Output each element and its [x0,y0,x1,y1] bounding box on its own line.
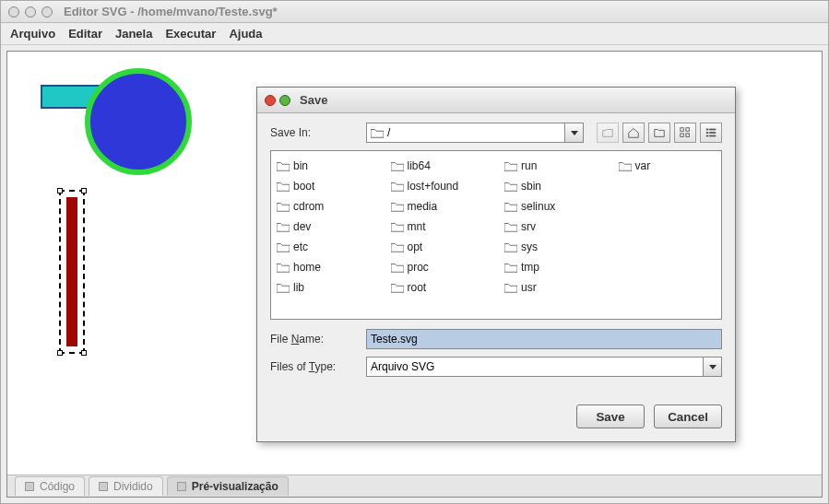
chevron-down-icon[interactable] [564,123,583,142]
workspace: Save Save In: / [6,51,823,498]
svg-rect-4 [706,129,709,131]
details-view-button[interactable] [700,123,722,143]
folder-item[interactable]: run [504,157,597,175]
folder-item[interactable]: home [277,258,369,276]
folder-item[interactable]: proc [391,258,483,276]
close-window-icon[interactable] [8,6,19,18]
svg-rect-6 [706,132,709,134]
folder-item[interactable]: boot [277,177,369,195]
svg-rect-1 [686,128,690,132]
svg-rect-8 [706,135,709,137]
window-title: Editor SVG - /home/mvano/Teste.svg* [64,5,278,18]
save-button[interactable]: Save [576,404,645,428]
menu-janela[interactable]: Janela [115,27,152,41]
dialog-close-icon[interactable] [265,95,276,106]
bottom-tabs: Código Dividido Pré-visualização [7,475,822,497]
file-type-label: Files of Type: [270,360,359,373]
folder-item[interactable]: mnt [391,217,483,236]
up-folder-button[interactable] [597,123,619,143]
folder-item[interactable]: sys [504,238,597,256]
cancel-button[interactable]: Cancel [654,404,722,428]
save-dialog: Save Save In: / [256,87,736,442]
resize-handle-icon[interactable] [81,188,87,193]
minimize-window-icon[interactable] [25,6,36,18]
folder-item[interactable]: cdrom [277,197,369,216]
folder-item[interactable]: media [391,197,483,216]
folder-item[interactable]: sbin [504,177,597,195]
tab-dividido[interactable]: Dividido [89,476,163,496]
chevron-down-icon[interactable] [703,357,721,376]
folder-item[interactable]: srv [504,217,597,236]
dialog-zoom-icon[interactable] [279,95,290,106]
folder-item[interactable]: tmp [504,258,597,276]
folder-item[interactable]: opt [391,238,483,256]
resize-handle-icon[interactable] [57,350,63,356]
home-button[interactable] [622,123,645,143]
folder-item[interactable]: lib [277,278,369,297]
resize-handle-icon[interactable] [81,350,87,356]
file-type-combo[interactable]: Arquivo SVG [366,357,722,377]
tab-pre-visualizacao[interactable]: Pré-visualização [167,476,289,496]
folder-item[interactable]: var [619,157,711,175]
window-controls [8,6,53,18]
folder-item[interactable]: lost+found [391,177,483,195]
shape-circle[interactable] [85,68,192,175]
file-type-value: Arquivo SVG [371,360,434,373]
shape-bar-fill [66,197,77,346]
save-in-value: / [387,126,390,139]
shape-selected-bar[interactable] [59,190,85,354]
main-window: Editor SVG - /home/mvano/Teste.svg* Arqu… [0,0,829,504]
folder-list[interactable]: binbootcdromdevetchomeliblib64lost+found… [270,150,722,320]
folder-item[interactable]: usr [504,278,597,297]
file-name-label: File Name: [270,333,359,346]
dialog-title: Save [300,93,327,107]
menu-editar[interactable]: Editar [68,27,102,41]
menubar: Arquivo Editar Janela Executar Ajuda [1,23,828,45]
svg-rect-2 [681,134,684,137]
svg-rect-7 [709,132,716,134]
folder-item[interactable]: bin [277,157,369,175]
menu-ajuda[interactable]: Ajuda [229,27,262,41]
svg-rect-0 [681,128,684,132]
dialog-titlebar: Save [257,88,735,113]
save-in-label: Save In: [270,126,359,139]
menu-executar[interactable]: Executar [165,27,216,41]
maximize-window-icon[interactable] [41,6,53,18]
menu-arquivo[interactable]: Arquivo [10,27,55,41]
folder-item[interactable]: etc [277,238,369,256]
list-view-button[interactable] [674,123,696,143]
folder-item[interactable]: dev [277,217,369,236]
folder-item[interactable]: root [391,278,483,297]
svg-rect-5 [709,129,716,131]
folder-icon [371,127,384,138]
new-folder-button[interactable] [648,123,670,143]
folder-item[interactable]: lib64 [391,157,483,175]
folder-item[interactable]: selinux [504,197,597,216]
save-in-combo[interactable]: / [366,123,584,143]
svg-rect-3 [686,134,690,137]
resize-handle-icon[interactable] [57,188,63,193]
titlebar: Editor SVG - /home/mvano/Teste.svg* [1,1,828,23]
tab-codigo[interactable]: Código [15,476,85,496]
file-name-input[interactable] [366,329,722,349]
svg-rect-9 [709,135,716,137]
